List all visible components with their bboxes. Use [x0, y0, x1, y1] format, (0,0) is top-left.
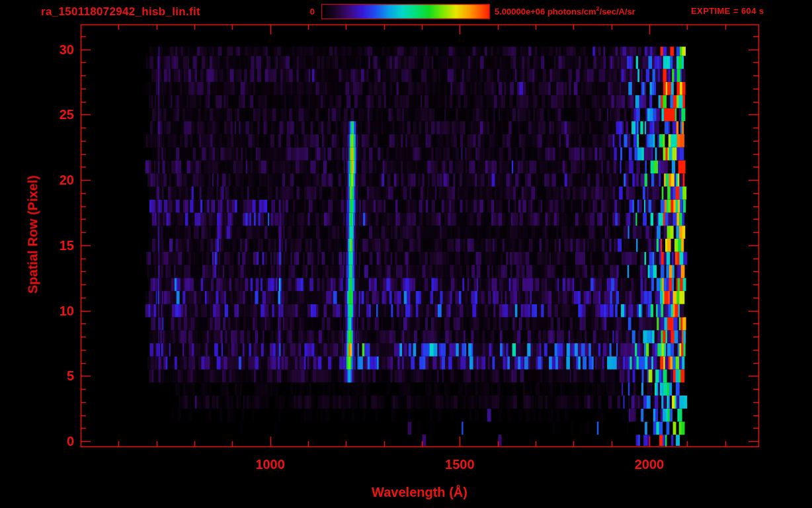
- y-axis-title: Spatial Row (Pixel): [26, 166, 41, 304]
- y-tick-label: 15: [44, 237, 74, 253]
- x-tick-label: 1000: [241, 457, 300, 472]
- x-axis-title: Wavelength (Å): [320, 485, 519, 500]
- colorbar-min-label: 0: [299, 7, 315, 17]
- exptime-label: EXPTIME = 604 s: [691, 6, 764, 16]
- y-tick-label: 25: [44, 106, 74, 122]
- x-tick-label: 2000: [620, 457, 679, 472]
- y-tick-label: 0: [44, 433, 74, 449]
- spectral-image-viewer: ra_150118072942_hisb_lin.fit 0 5.00000e+…: [0, 0, 812, 508]
- colorbar-max-superscript: 2: [596, 5, 600, 12]
- colorbar-max-suffix: /sec/A/sr: [600, 7, 635, 17]
- colorbar-max-prefix: 5.00000e+06 photons/cm: [495, 7, 596, 17]
- x-tick-label: 1500: [430, 457, 489, 472]
- y-tick-label: 5: [44, 368, 74, 384]
- y-tick-label: 20: [44, 172, 74, 188]
- plot-title: ra_150118072942_hisb_lin.fit: [41, 5, 200, 19]
- y-tick-label: 10: [44, 303, 74, 319]
- y-tick-label: 30: [44, 42, 74, 58]
- colorbar-max-label: 5.00000e+06 photons/cm2/sec/A/sr: [495, 6, 635, 17]
- heatmap-canvas: [0, 0, 812, 508]
